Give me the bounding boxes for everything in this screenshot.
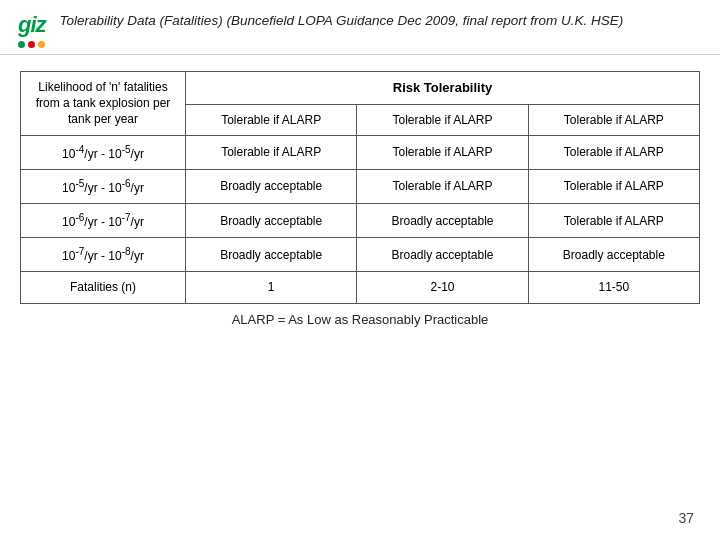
dot-red [28,41,35,48]
page-number: 37 [678,510,694,526]
table-row: 10-5/yr - 10-6/yr Broadly acceptable Tol… [21,169,700,203]
logo-text: giz [18,12,46,38]
cell-2-3: Tolerable if ALARP [528,169,699,203]
page-header: giz Tolerability Data (Fatalities) (Bunc… [0,0,720,55]
cell-1-1: Tolerable if ALARP [186,135,357,169]
col-header-3: Tolerable if ALARP [528,104,699,135]
fatalities-row: Fatalities (n) 1 2-10 11-50 [21,272,700,303]
logo-dots [18,41,46,48]
tolerability-table: Likelihood of 'n' fatalities from a tank… [20,71,700,304]
cell-1-3: Tolerable if ALARP [528,135,699,169]
dot-orange [38,41,45,48]
row-range-4: 10-7/yr - 10-8/yr [21,238,186,272]
row-range-1: 10-4/yr - 10-5/yr [21,135,186,169]
fatalities-label: Fatalities (n) [21,272,186,303]
col-header-2: Tolerable if ALARP [357,104,528,135]
risk-tolerability-header: Risk Tolerability [186,72,700,105]
table-row: 10-4/yr - 10-5/yr Tolerable if ALARP Tol… [21,135,700,169]
row-range-2: 10-5/yr - 10-6/yr [21,169,186,203]
fatalities-val-1: 1 [186,272,357,303]
cell-3-3: Tolerable if ALARP [528,204,699,238]
cell-4-1: Broadly acceptable [186,238,357,272]
cell-3-2: Broadly acceptable [357,204,528,238]
cell-2-1: Broadly acceptable [186,169,357,203]
title-italic: (Buncefield LOPA Guidance Dec 2009, fina… [226,13,623,28]
main-content: Likelihood of 'n' fatalities from a tank… [0,55,720,335]
table-row: 10-6/yr - 10-7/yr Broadly acceptable Bro… [21,204,700,238]
row-range-3: 10-6/yr - 10-7/yr [21,204,186,238]
cell-4-3: Broadly acceptable [528,238,699,272]
fatalities-val-2: 2-10 [357,272,528,303]
header-row-1: Likelihood of 'n' fatalities from a tank… [21,72,700,105]
row-axis-label: Likelihood of 'n' fatalities from a tank… [21,72,186,136]
cell-1-2: Tolerable if ALARP [357,135,528,169]
logo: giz [18,12,46,48]
table-row: 10-7/yr - 10-8/yr Broadly acceptable Bro… [21,238,700,272]
footer-note: ALARP = As Low as Reasonably Practicable [20,312,700,327]
cell-3-1: Broadly acceptable [186,204,357,238]
dot-green [18,41,25,48]
title-normal: Tolerability Data (Fatalities) [60,13,223,28]
header-title: Tolerability Data (Fatalities) (Buncefie… [60,12,624,31]
col-header-1: Tolerable if ALARP [186,104,357,135]
cell-4-2: Broadly acceptable [357,238,528,272]
fatalities-val-3: 11-50 [528,272,699,303]
cell-2-2: Tolerable if ALARP [357,169,528,203]
